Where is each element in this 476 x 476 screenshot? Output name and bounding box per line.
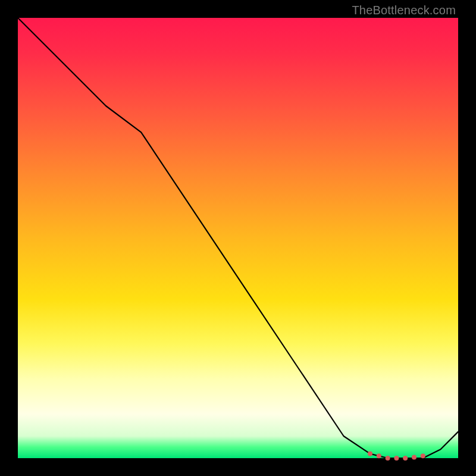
trough-dot bbox=[377, 453, 381, 458]
trough-dot bbox=[368, 452, 372, 456]
trough-dot bbox=[421, 453, 425, 458]
trough-dot bbox=[403, 456, 408, 461]
watermark-text: TheBottleneck.com bbox=[352, 4, 456, 17]
series-line bbox=[18, 18, 458, 458]
chart-svg bbox=[18, 18, 458, 458]
trough-dot bbox=[394, 456, 399, 461]
chart-frame: TheBottleneck.com bbox=[0, 0, 476, 476]
trough-dot bbox=[412, 455, 416, 460]
trough-dot bbox=[386, 456, 390, 461]
plot-area bbox=[18, 18, 458, 458]
